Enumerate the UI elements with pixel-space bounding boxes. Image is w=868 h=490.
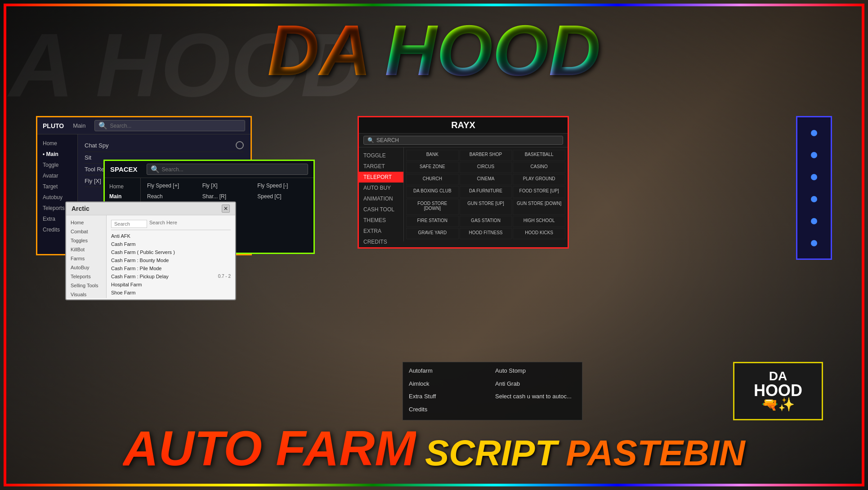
pluto-sidebar-main[interactable]: Main (37, 149, 77, 160)
spacex-fly-speed-plus[interactable]: Fly Speed [+] (145, 182, 199, 190)
bottom-pastebin: PASTEBIN (566, 432, 745, 474)
spacex-sidebar-home[interactable]: Home (105, 182, 140, 192)
bottom-menu-auto-stomp[interactable]: Auto Stomp (493, 366, 578, 378)
rayx-toggle[interactable]: TOGGLE (359, 150, 403, 161)
right-dot-1[interactable] (811, 130, 817, 136)
rayx-cash-tool[interactable]: CASH TOOL (359, 204, 403, 215)
spacex-fly-x[interactable]: Fly [X] (201, 182, 254, 190)
tp-hood-fitness[interactable]: HOOD FITNESS (460, 228, 512, 239)
arctic-item-cashfarm[interactable]: Cash Farm (111, 240, 231, 248)
tp-gun-store-down[interactable]: GUN STORE [DOWN] (513, 199, 565, 215)
title-hood: HOOD (385, 9, 601, 92)
pluto-item-chatspy-label: Chat Spy (85, 142, 108, 149)
right-dot-3[interactable] (811, 174, 817, 180)
tp-gas-station[interactable]: GAS STATION (460, 216, 512, 227)
bottom-menu-autofarm[interactable]: Autofarm (407, 366, 492, 378)
bottom-menu-select-cash[interactable]: Select cash u want to autoc... (493, 392, 578, 404)
spacex-row1: Fly Speed [+] Fly [X] Fly Speed [-] (145, 182, 309, 190)
arctic-item-antifk[interactable]: Anti AFK (111, 232, 231, 240)
rayx-logo: RAYX (451, 120, 475, 130)
tp-barber-shop[interactable]: BARBER SHOP (460, 150, 512, 161)
arctic-delay-value: 0.7 - 2 (218, 274, 231, 279)
rayx-credits[interactable]: CREDITS (359, 236, 403, 247)
right-dot-2[interactable] (811, 152, 817, 158)
arctic-search-input[interactable] (111, 220, 147, 228)
arctic-sidebar-autobuy[interactable]: AutoBuy (66, 263, 106, 272)
tp-circus[interactable]: CIRCUS (460, 162, 512, 173)
tp-food-store-down[interactable]: FOOD STORE [DOWN] (406, 199, 459, 215)
spacex-search[interactable]: 🔍 (147, 164, 308, 175)
rayx-themes[interactable]: THEMES (359, 215, 403, 226)
pluto-search[interactable]: 🔍 (94, 120, 245, 131)
rayx-animation[interactable]: ANIMATION (359, 193, 403, 204)
spacex-shar-r[interactable]: Shar... [R] (201, 192, 254, 200)
bottom-menu-aimlock[interactable]: Aimlock (407, 379, 492, 391)
arctic-close-button[interactable]: ✕ (222, 205, 230, 213)
right-dot-6[interactable] (811, 240, 817, 246)
bottom-menu-extra-stuff[interactable]: Extra Stuff (407, 392, 492, 404)
arctic-sidebar-selling[interactable]: Selling Tools (66, 281, 106, 290)
arctic-sidebar-toggles[interactable]: Toggles (66, 236, 106, 245)
pluto-sidebar-home[interactable]: Home (37, 138, 77, 149)
tp-playground[interactable]: PLAY GROUND (513, 174, 565, 185)
search-icon: 🔍 (98, 121, 107, 130)
tp-bank[interactable]: BANK (406, 150, 459, 161)
rayx-teleport[interactable]: TELEPORT (359, 172, 403, 183)
arctic-item-cashfarm-pile[interactable]: Cash Farm : Pile Mode (111, 264, 231, 272)
spacex-fly-speed-minus[interactable]: Fly Speed [-] (255, 182, 309, 190)
pluto-search-input[interactable] (110, 123, 241, 129)
tp-hood-kicks[interactable]: HOOD KICKS (513, 228, 565, 239)
arctic-item-cashfarm-delay[interactable]: Cash Farm : Pickup Delay 0.7 - 2 (111, 272, 231, 281)
rayx-target[interactable]: TARGET (359, 161, 403, 172)
tp-da-furniture[interactable]: DA FURNITURE (460, 186, 512, 197)
spacex-sidebar-main[interactable]: Main (105, 192, 140, 201)
spacex-search-input[interactable] (162, 166, 304, 173)
tp-gun-store-up[interactable]: GUN STORE [UP] (460, 199, 512, 215)
arctic-sidebar-killbot[interactable]: KillBot (66, 245, 106, 254)
pluto-toggle-chatspy[interactable] (236, 141, 244, 149)
rayx-search-box[interactable]: 🔍 SEARCH (363, 136, 563, 145)
right-dot-5[interactable] (811, 218, 817, 224)
arctic-sidebar-visuals[interactable]: Visuals (66, 290, 106, 299)
arctic-sidebar-farms[interactable]: Farms (66, 254, 106, 263)
tp-fire-station[interactable]: FIRE STATION (406, 216, 459, 227)
arctic-panel: Arctic ✕ Home Combat Toggles KillBot Far… (65, 201, 236, 300)
rayx-extra[interactable]: EXTRA (359, 226, 403, 236)
tp-casino[interactable]: CASINO (513, 162, 565, 173)
tp-church[interactable]: CHURCH (406, 174, 459, 185)
tp-cinema[interactable]: CINEMA (460, 174, 512, 185)
main-title: DA HOOD (267, 9, 600, 92)
bottom-menu-anti-grab[interactable]: Anti Grab (493, 379, 578, 391)
tp-food-store-up[interactable]: FOOD STORE [UP] (513, 186, 565, 197)
arctic-item-hospital[interactable]: Hospital Farm (111, 281, 231, 289)
tp-basketball[interactable]: BASKETBALL (513, 150, 565, 161)
bottom-menu-credits[interactable]: Credits (407, 405, 492, 417)
arctic-item-shoe[interactable]: Shoe Farm (111, 289, 231, 297)
spacex-logo: SPACEX (110, 165, 138, 173)
arctic-sidebar-teleports[interactable]: Teleports (66, 272, 106, 281)
pluto-sidebar-avatar[interactable]: Avatar (37, 170, 77, 181)
tp-safe-zone[interactable]: SAFE ZONE (406, 162, 459, 173)
spacex-speed-c[interactable]: Speed [C] (255, 192, 309, 200)
tp-grave-yard[interactable]: GRAVE YARD (406, 228, 459, 239)
rayx-auto-buy[interactable]: AUTO BUY (359, 183, 403, 193)
pluto-logo: PLUTO (43, 122, 64, 129)
rayx-left-sidebar: TOGGLE TARGET TELEPORT AUTO BUY ANIMATIO… (359, 147, 404, 241)
right-dot-4[interactable] (811, 196, 817, 202)
arctic-logo: Arctic (72, 205, 89, 212)
pluto-sidebar-toggle[interactable]: Toggle (37, 160, 77, 170)
arctic-item-cashfarm-bounty[interactable]: Cash Farm : Bounty Mode (111, 256, 231, 264)
tp-da-boxing-club[interactable]: DA BOXING CLUB (406, 186, 459, 197)
bottom-autofarm: AUTO FARM (123, 419, 416, 477)
spacex-reach[interactable]: Reach (145, 192, 199, 200)
pluto-sidebar-target[interactable]: Target (37, 181, 77, 192)
arctic-sidebar-combat[interactable]: Combat (66, 227, 106, 236)
rayx-header: RAYX (359, 117, 568, 134)
pluto-item-sit-label: Sit (85, 154, 91, 161)
bottom-title: AUTO FARM SCRIPT PASTEBIN (123, 419, 745, 477)
rayx-body: TOGGLE TARGET TELEPORT AUTO BUY ANIMATIO… (359, 147, 568, 241)
arctic-content: Search Here Anti AFK Cash Farm Cash Farm… (107, 215, 235, 298)
tp-high-school[interactable]: HIGH SCHOOL (513, 216, 565, 227)
arctic-sidebar-home[interactable]: Home (66, 218, 106, 227)
arctic-item-cashfarm-public[interactable]: Cash Farm ( Public Servers ) (111, 248, 231, 256)
